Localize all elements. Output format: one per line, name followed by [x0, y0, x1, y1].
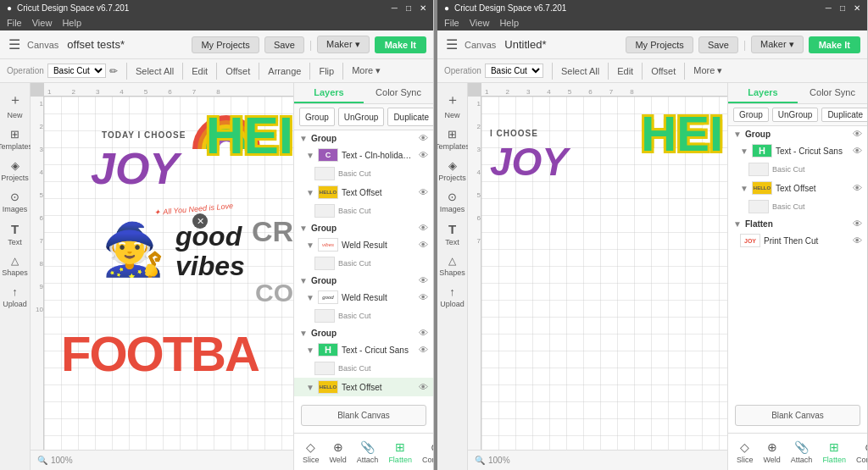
eye-group1-left[interactable]: 👁 [419, 133, 428, 143]
minimize-btn-right[interactable]: ─ [826, 3, 832, 13]
eye-flatten-right[interactable]: 👁 [853, 218, 862, 229]
ungroup-btn-right[interactable]: UnGroup [772, 108, 819, 122]
action-contour-left[interactable]: ⊗ Contour [417, 439, 433, 466]
layers-list-right[interactable]: ▼ Group 👁 ▼ H Text - Cricut Sans 👁 Basic… [728, 126, 867, 398]
tab-layers-left[interactable]: Layers [294, 83, 364, 103]
close-btn-right[interactable]: ✕ [854, 3, 860, 13]
arrange-label-left[interactable]: Arrange [268, 66, 301, 76]
art-good-vibes[interactable]: goodvibes [175, 222, 245, 281]
flip-label-left[interactable]: Flip [319, 66, 334, 76]
action-slice-left[interactable]: ◇ Slice [298, 439, 325, 466]
action-slice-right[interactable]: ◇ Slice [732, 439, 759, 466]
eye-offset1-left[interactable]: 👁 [419, 187, 428, 197]
menu-view-right[interactable]: View [470, 18, 490, 28]
layer-basic-cut-cricut-right[interactable]: Basic Cut [728, 160, 867, 179]
sidebar-item-templates-left[interactable]: ⊞ Templates [0, 124, 30, 154]
hamburger-right[interactable]: ☰ [444, 35, 459, 54]
duplicate-btn-right[interactable]: Duplicate [821, 108, 867, 122]
art-joy-text[interactable]: JOY [91, 143, 179, 194]
canvas-inner-right[interactable]: I CHOOSE JOY HEI [481, 97, 727, 450]
layer-basic-cut-1-left[interactable]: Basic Cut [294, 164, 433, 183]
sidebar-item-images-right[interactable]: ⊙ Images [437, 187, 467, 217]
eye-cricut-left[interactable]: 👁 [419, 345, 428, 355]
edit-label-right[interactable]: Edit [617, 66, 633, 76]
eye-ptc-right[interactable]: 👁 [853, 235, 862, 246]
eye-weld-good-left[interactable]: 👁 [419, 292, 428, 302]
eye-cricut-right[interactable]: 👁 [853, 146, 862, 156]
sidebar-item-new-left[interactable]: ＋ New [0, 88, 30, 123]
sidebar-item-new-right[interactable]: ＋ New [437, 88, 467, 123]
edit-pen-left[interactable]: ✏ [109, 65, 118, 77]
sidebar-item-templates-right[interactable]: ⊞ Templates [437, 124, 467, 154]
maximize-btn-right[interactable]: □ [840, 3, 845, 13]
menu-view-left[interactable]: View [32, 18, 53, 28]
canvas-area-left[interactable]: 1 2 3 4 5 6 7 8 1 2 3 4 5 6 7 8 9 10 [31, 83, 293, 470]
maker-btn-right[interactable]: Maker ▾ [751, 36, 804, 53]
layer-text-offset-1-left[interactable]: ▼ HELLO Text Offset 👁 [294, 183, 433, 202]
tab-layers-right[interactable]: Layers [728, 83, 798, 103]
layer-flatten-right[interactable]: ▼ Flatten 👁 [728, 216, 867, 231]
my-projects-btn-left[interactable]: My Projects [192, 36, 259, 53]
eye-offset-right[interactable]: 👁 [853, 183, 862, 193]
layer-basic-cut-vibes-left[interactable]: Basic Cut [294, 254, 433, 273]
art-hel-right[interactable]: HEI [641, 105, 723, 162]
layer-text-offset-2-left[interactable]: ▼ HELLO Text Offset 👁 [294, 378, 433, 396]
layer-basic-cut-good-left[interactable]: Basic Cut [294, 307, 433, 325]
action-attach-right[interactable]: 📎 Attach [786, 439, 818, 466]
menu-file-left[interactable]: File [7, 18, 22, 28]
maker-btn-left[interactable]: Maker ▾ [317, 36, 370, 53]
zoom-controls-right[interactable]: 🔍 [475, 456, 485, 465]
art-hel-text[interactable]: HEI [206, 105, 293, 165]
close-btn-left[interactable]: ✕ [420, 3, 426, 13]
minimize-btn-left[interactable]: ─ [392, 3, 398, 13]
select-all-left[interactable]: Select All [136, 66, 174, 76]
menu-help-right[interactable]: Help [499, 18, 519, 28]
sidebar-item-upload-left[interactable]: ↑ Upload [0, 282, 30, 312]
duplicate-btn-left[interactable]: Duplicate [387, 108, 433, 126]
layer-print-then-cut-right[interactable]: JOY Print Then Cut 👁 [728, 231, 867, 250]
offset-label-right[interactable]: Offset [651, 66, 676, 76]
art-cr-text[interactable]: CR [252, 215, 293, 248]
zoom-value-left[interactable]: 100% [51, 456, 73, 465]
eye-group1-right[interactable]: 👁 [853, 129, 862, 139]
blank-canvas-btn-right[interactable]: Blank Canvas [735, 405, 860, 426]
menu-help-left[interactable]: Help [62, 18, 81, 28]
eye-cln-left[interactable]: 👁 [419, 150, 428, 160]
canvas-area-right[interactable]: 1 2 3 4 5 6 7 8 1 2 3 4 5 6 7 [468, 83, 727, 470]
eye-group4-left[interactable]: 👁 [419, 328, 428, 338]
make-it-btn-right[interactable]: Make It [809, 36, 860, 53]
art-football-text[interactable]: FOOTBA [61, 325, 259, 382]
layer-text-cln-left[interactable]: ▼ C Text - Cln-holidaycolors3 👁 [294, 146, 433, 164]
action-flatten-right[interactable]: ⊞ Flatten [817, 439, 851, 466]
sidebar-item-shapes-right[interactable]: △ Shapes [437, 252, 467, 280]
operation-select-left[interactable]: Basic Cut [47, 64, 106, 78]
ungroup-btn-left[interactable]: UnGroup [338, 108, 385, 126]
eye-group3-left[interactable]: 👁 [419, 275, 428, 285]
offset-label-left[interactable]: Offset [225, 66, 250, 76]
select-all-right[interactable]: Select All [561, 66, 599, 76]
layer-group1-right[interactable]: ▼ Group 👁 [728, 126, 867, 141]
art-gnome[interactable]: 🧙 [102, 219, 165, 279]
art-close-circle[interactable]: ✕ [192, 213, 208, 229]
more-label-left[interactable]: More ▾ [352, 65, 381, 76]
layer-group4-left[interactable]: ▼ Group 👁 [294, 325, 433, 340]
layer-text-cricut-left[interactable]: ▼ H Text - Cricut Sans 👁 [294, 340, 433, 359]
canvas-inner-left[interactable]: TODAY I CHOOSE JOY HEI ✦ All You Need is… [44, 97, 293, 450]
operation-select-right[interactable]: Basic Cut [485, 64, 543, 78]
sidebar-item-projects-right[interactable]: ◈ Projects [437, 156, 467, 185]
action-weld-right[interactable]: ⊕ Weld [759, 439, 786, 466]
zoom-controls-left[interactable]: 🔍 [37, 456, 47, 465]
layer-basic-cut-cricut-left[interactable]: Basic Cut [294, 359, 433, 378]
eye-weld-vibes-left[interactable]: 👁 [419, 240, 428, 250]
menu-file-right[interactable]: File [444, 18, 459, 28]
action-contour-right[interactable]: ⊗ Contour [851, 439, 867, 466]
layer-group3-left[interactable]: ▼ Group 👁 [294, 273, 433, 288]
sidebar-item-projects-left[interactable]: ◈ Projects [0, 156, 30, 185]
layer-basic-cut-offset-right[interactable]: Basic Cut [728, 197, 867, 216]
group-btn-right[interactable]: Group [733, 108, 769, 122]
layer-group1-left[interactable]: ▼ Group 👁 [294, 130, 433, 146]
layer-weld-vibes-left[interactable]: ▼ vibes Weld Result 👁 [294, 235, 433, 254]
layer-weld-good-left[interactable]: ▼ good Weld Result 👁 [294, 288, 433, 307]
save-btn-left[interactable]: Save [264, 36, 304, 53]
group-btn-left[interactable]: Group [299, 108, 335, 126]
